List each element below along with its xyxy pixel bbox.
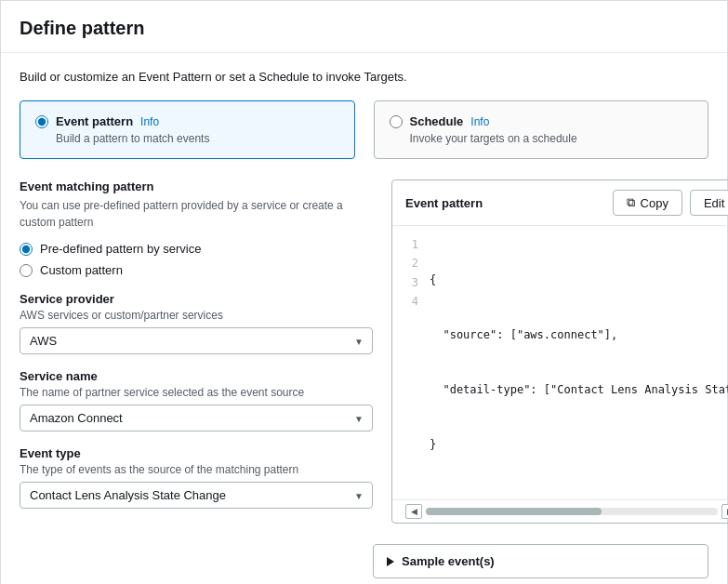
- code-line-4: }: [430, 435, 728, 454]
- service-provider-label: Service provider: [20, 292, 373, 306]
- event-type-select-wrapper: Contact Lens Analysis State Change All E…: [20, 482, 373, 509]
- service-provider-hint: AWS services or custom/partner services: [20, 309, 373, 322]
- code-line-1: {: [430, 271, 728, 289]
- code-lines: 1 2 3 4 { "source": ["aws.connect"], "de…: [405, 235, 728, 489]
- schedule-desc: Invoke your targets on a schedule: [410, 132, 694, 145]
- predefined-label: Pre-defined pattern by service: [40, 242, 201, 256]
- right-panel: Event pattern ⧉ Copy Edit 1: [391, 179, 728, 524]
- page-container: Define pattern Build or customize an Eve…: [0, 0, 728, 584]
- event-matching-section: Event matching pattern You can use pre-d…: [20, 179, 373, 277]
- event-matching-title: Event matching pattern: [20, 179, 373, 193]
- schedule-option[interactable]: Schedule Info Invoke your targets on a s…: [374, 100, 709, 159]
- service-provider-select-wrapper: AWS Custom/Partner ▼: [20, 327, 373, 354]
- line-num-1: 1: [405, 235, 418, 254]
- code-area: 1 2 3 4 { "source": ["aws.connect"], "de…: [392, 226, 728, 499]
- left-panel: Event matching pattern You can use pre-d…: [20, 179, 373, 524]
- edit-label: Edit: [704, 196, 724, 210]
- line-num-4: 4: [405, 292, 418, 311]
- service-name-label: Service name: [20, 369, 373, 383]
- custom-radio[interactable]: [20, 264, 33, 277]
- custom-radio-row: Custom pattern: [20, 263, 373, 277]
- line-num-3: 3: [405, 273, 418, 292]
- main-content: Event matching pattern You can use pre-d…: [20, 179, 708, 524]
- intro-text: Build or customize an Event Pattern or s…: [20, 70, 708, 84]
- page-title: Define pattern: [20, 18, 708, 39]
- schedule-label: Schedule: [410, 114, 464, 128]
- schedule-info-link[interactable]: Info: [470, 115, 489, 128]
- event-pattern-info-link[interactable]: Info: [140, 115, 159, 128]
- event-pattern-label: Event pattern: [56, 114, 133, 128]
- service-provider-select[interactable]: AWS Custom/Partner: [20, 327, 373, 354]
- horizontal-scrollbar[interactable]: ◀ ▶: [392, 499, 728, 523]
- scroll-right-btn[interactable]: ▶: [721, 504, 728, 519]
- scroll-left-btn[interactable]: ◀: [405, 504, 422, 519]
- service-name-hint: The name of partner service selected as …: [20, 386, 373, 399]
- right-panel-header: Event pattern ⧉ Copy Edit: [392, 180, 728, 226]
- copy-icon: ⧉: [627, 195, 635, 210]
- scroll-track[interactable]: [426, 508, 718, 515]
- service-name-select-wrapper: Amazon Connect Amazon EC2 Amazon S3 AWS …: [20, 405, 373, 431]
- edit-button[interactable]: Edit: [690, 190, 728, 216]
- sample-events-section[interactable]: Sample event(s): [373, 544, 708, 578]
- service-provider-section: Service provider AWS services or custom/…: [20, 292, 373, 354]
- code-line-3: "detail-type": ["Contact Lens Analysis S…: [430, 380, 728, 399]
- event-pattern-desc: Build a pattern to match events: [56, 132, 339, 145]
- line-numbers: 1 2 3 4: [405, 235, 418, 489]
- pattern-type-selector: Event pattern Info Build a pattern to ma…: [20, 100, 708, 159]
- sample-events-label: Sample event(s): [402, 554, 495, 568]
- event-pattern-radio[interactable]: [35, 115, 48, 128]
- copy-button[interactable]: ⧉ Copy: [613, 190, 682, 216]
- copy-label: Copy: [641, 196, 668, 210]
- event-matching-desc: You can use pre-defined pattern provided…: [20, 197, 373, 231]
- event-pattern-option[interactable]: Event pattern Info Build a pattern to ma…: [20, 100, 355, 159]
- service-name-section: Service name The name of partner service…: [20, 369, 373, 431]
- line-num-2: 2: [405, 254, 418, 272]
- service-name-select[interactable]: Amazon Connect Amazon EC2 Amazon S3 AWS …: [20, 405, 373, 431]
- custom-label: Custom pattern: [40, 263, 123, 277]
- event-type-hint: The type of events as the source of the …: [20, 463, 373, 476]
- scroll-thumb: [426, 508, 602, 515]
- event-pattern-panel-title: Event pattern: [405, 196, 483, 210]
- event-type-section: Event type The type of events as the sou…: [20, 446, 373, 509]
- event-type-select[interactable]: Contact Lens Analysis State Change All E…: [20, 482, 373, 509]
- predefined-radio[interactable]: [20, 243, 33, 256]
- code-line-2: "source": ["aws.connect"],: [430, 325, 728, 344]
- page-body: Build or customize an Event Pattern or s…: [1, 53, 727, 584]
- predefined-radio-row: Pre-defined pattern by service: [20, 242, 373, 256]
- code-content: { "source": ["aws.connect"], "detail-typ…: [430, 235, 728, 489]
- expand-icon: [387, 557, 394, 566]
- schedule-radio[interactable]: [390, 115, 403, 128]
- panel-btn-group: ⧉ Copy Edit: [613, 190, 728, 216]
- event-type-label: Event type: [20, 446, 373, 460]
- page-header: Define pattern: [1, 1, 727, 53]
